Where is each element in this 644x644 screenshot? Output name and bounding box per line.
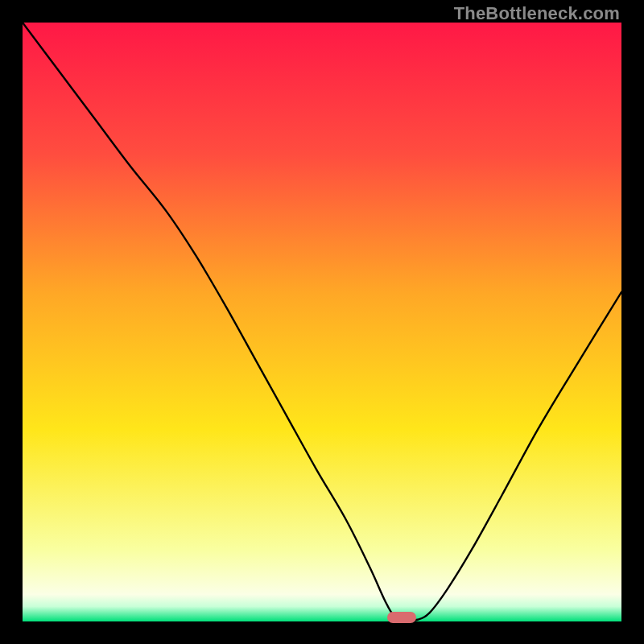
optimal-marker	[387, 612, 416, 623]
bottleneck-chart	[23, 23, 621, 621]
chart-frame	[23, 23, 621, 621]
watermark-text: TheBottleneck.com	[454, 3, 620, 24]
gradient-background	[23, 23, 621, 621]
